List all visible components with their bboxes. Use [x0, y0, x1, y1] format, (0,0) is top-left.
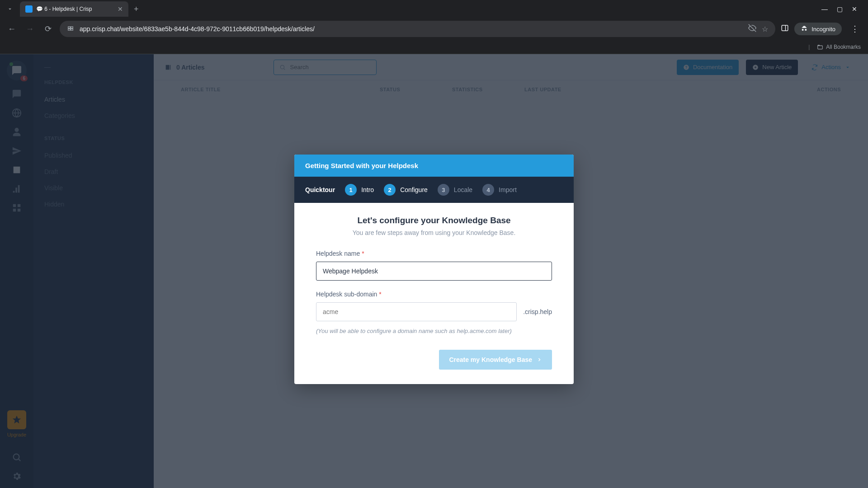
create-button-label: Create my Knowledge Base — [449, 356, 532, 363]
back-button[interactable]: ← — [5, 24, 18, 34]
chevron-right-icon — [537, 357, 542, 362]
onboarding-modal: Getting Started with your Helpdesk Quick… — [294, 155, 574, 384]
url-text: app.crisp.chat/website/6833ae5b-844d-4c9… — [80, 25, 743, 33]
favicon — [25, 5, 33, 13]
app-container: 6 Upgrade — HELPDESK Articles Categories… — [0, 54, 868, 488]
modal-body: Let's configure your Knowledge Base You … — [294, 203, 574, 384]
browser-tab[interactable]: 💬 6 - Helpdesk | Crisp ✕ — [20, 1, 128, 17]
step-4-label: Import — [499, 186, 517, 193]
svg-rect-5 — [782, 25, 788, 31]
step-locale[interactable]: 3 Locale — [438, 184, 472, 196]
step-2-num: 2 — [384, 184, 396, 196]
tab-title: 💬 6 - Helpdesk | Crisp — [36, 6, 114, 12]
subdomain-row: .crisp.help — [316, 302, 552, 321]
modal-header: Getting Started with your Helpdesk — [294, 155, 574, 177]
bookmarks-bar: | All Bookmarks — [0, 40, 868, 54]
forward-button[interactable]: → — [24, 24, 36, 34]
helpdesk-name-label: Helpdesk name * — [316, 250, 552, 257]
address-bar[interactable]: app.crisp.chat/website/6833ae5b-844d-4c9… — [60, 21, 775, 37]
tab-search-dropdown[interactable] — [4, 3, 16, 15]
create-knowledge-base-button[interactable]: Create my Knowledge Base — [439, 350, 552, 370]
new-tab-button[interactable]: + — [134, 5, 139, 14]
step-1-label: Intro — [361, 186, 374, 193]
incognito-badge[interactable]: Incognito — [794, 23, 842, 35]
svg-rect-0 — [68, 27, 71, 28]
step-3-label: Locale — [454, 186, 472, 193]
modal-steps: Quicktour 1 Intro 2 Configure 3 Locale 4… — [294, 177, 574, 203]
step-intro[interactable]: 1 Intro — [345, 184, 374, 196]
site-info-icon[interactable] — [67, 25, 74, 33]
all-bookmarks-label: All Bookmarks — [826, 44, 861, 50]
step-4-num: 4 — [482, 184, 494, 196]
step-3-num: 3 — [438, 184, 449, 196]
tab-close-icon[interactable]: ✕ — [118, 5, 123, 13]
step-import[interactable]: 4 Import — [482, 184, 517, 196]
helpdesk-name-input[interactable] — [316, 262, 552, 281]
quicktour-label: Quicktour — [305, 186, 335, 193]
eye-off-icon[interactable] — [748, 24, 756, 34]
incognito-label: Incognito — [811, 26, 835, 33]
modal-subtitle: You are few steps away from using your K… — [316, 229, 552, 236]
helpdesk-subdomain-label: Helpdesk sub-domain * — [316, 291, 552, 298]
svg-rect-1 — [71, 27, 73, 28]
step-2-label: Configure — [400, 186, 428, 193]
window-controls: — ▢ ✕ — [821, 5, 864, 13]
step-1-num: 1 — [345, 184, 357, 196]
bookmark-star-icon[interactable]: ☆ — [762, 25, 768, 33]
all-bookmarks-button[interactable]: All Bookmarks — [817, 44, 861, 50]
browser-menu-icon[interactable]: ⋮ — [847, 24, 863, 34]
helpdesk-subdomain-input[interactable] — [316, 302, 517, 321]
subdomain-suffix: .crisp.help — [523, 308, 552, 315]
modal-footer: Create my Knowledge Base — [316, 350, 552, 370]
address-bar-row: ← → ⟳ app.crisp.chat/website/6833ae5b-84… — [0, 18, 868, 40]
modal-title: Let's configure your Knowledge Base — [316, 216, 552, 225]
tab-strip: 💬 6 - Helpdesk | Crisp ✕ + — ▢ ✕ — [0, 0, 868, 18]
maximize-icon[interactable]: ▢ — [837, 5, 843, 13]
step-configure[interactable]: 2 Configure — [384, 184, 428, 196]
side-panel-icon[interactable] — [781, 24, 789, 34]
close-window-icon[interactable]: ✕ — [852, 5, 857, 13]
svg-rect-2 — [68, 28, 71, 30]
minimize-icon[interactable]: — — [821, 5, 828, 13]
reload-button[interactable]: ⟳ — [42, 24, 54, 34]
subdomain-hint: (You will be able to configure a domain … — [316, 328, 552, 334]
svg-rect-3 — [71, 28, 73, 30]
